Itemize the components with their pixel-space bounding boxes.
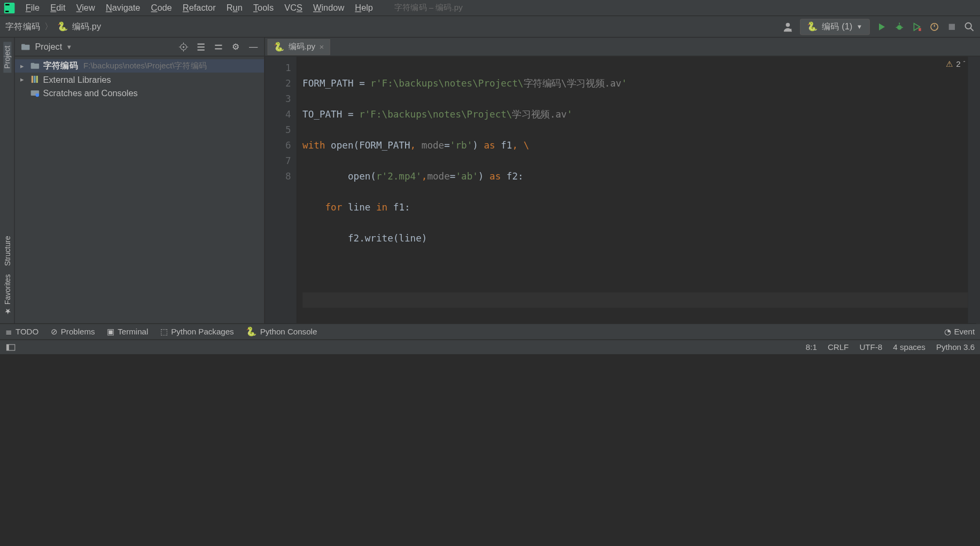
- svg-point-32: [36, 93, 40, 97]
- crumb-file[interactable]: 编码.py: [72, 20, 102, 33]
- crumb-sep: 〉: [44, 20, 53, 33]
- project-view-caret-icon[interactable]: ▼: [66, 43, 72, 50]
- line-num: 5: [265, 122, 291, 138]
- bottom-problems[interactable]: ⊘Problems: [51, 327, 95, 337]
- menu-edit[interactable]: Edit: [45, 3, 71, 13]
- svg-rect-1: [5, 4, 10, 5]
- code-line: [302, 261, 968, 277]
- code-area[interactable]: FORM_PATH = r'F:\backups\notes\Project\字…: [297, 57, 968, 323]
- close-tab-icon[interactable]: ×: [320, 42, 324, 52]
- bottom-eventlog[interactable]: ◔Event: [944, 327, 975, 337]
- code-line: open(r'2.mp4',mode='ab') as f2:: [302, 169, 968, 184]
- line-num: 2: [265, 76, 291, 91]
- menu-view[interactable]: View: [71, 3, 100, 13]
- expand-all-icon[interactable]: [196, 41, 206, 52]
- bottom-console[interactable]: 🐍Python Console: [246, 326, 317, 337]
- error-stripe[interactable]: [968, 57, 980, 323]
- search-everywhere-icon[interactable]: [964, 21, 975, 32]
- svg-point-3: [785, 22, 790, 27]
- svg-rect-8: [919, 28, 921, 31]
- warning-icon: ⊘: [51, 327, 58, 337]
- svg-rect-22: [198, 46, 205, 47]
- line-gutter: 1 2 3 4 5 6 7 8: [265, 57, 297, 323]
- warning-count: 2: [956, 59, 960, 69]
- line-num: 8: [265, 169, 291, 184]
- line-num: 7: [265, 153, 291, 169]
- svg-rect-10: [949, 24, 955, 29]
- code-line: FORM_PATH = r'F:\backups\notes\Project\字…: [302, 76, 968, 91]
- menu-tools[interactable]: Tools: [248, 3, 279, 13]
- settings-icon[interactable]: ⚙: [230, 41, 241, 52]
- window-title: 字符编码 – 编码.py: [394, 2, 463, 13]
- expand-arrow-icon[interactable]: ▸: [20, 62, 27, 69]
- tree-scratches-label: Scratches and Consoles: [43, 88, 138, 98]
- project-view-icon: [20, 41, 31, 52]
- stripe-project[interactable]: Project: [3, 42, 11, 73]
- packages-icon: ⬚: [160, 327, 168, 337]
- menu-navigate[interactable]: Navigate: [100, 3, 146, 13]
- stop-button-icon[interactable]: [946, 21, 957, 32]
- chevron-up-icon[interactable]: ˆ: [963, 60, 966, 67]
- svg-line-12: [971, 28, 974, 30]
- status-eol[interactable]: CRLF: [828, 342, 849, 352]
- app-logo-icon: [4, 2, 15, 13]
- menu-help[interactable]: Help: [349, 3, 378, 13]
- crumb-root[interactable]: 字符编码: [5, 20, 40, 33]
- run-config-label: 编码 (1): [822, 20, 852, 33]
- code-line: for line in f1:: [302, 200, 968, 215]
- svg-rect-34: [6, 344, 9, 350]
- code-line-active: [302, 292, 968, 308]
- folder-icon: [29, 60, 40, 71]
- menu-code[interactable]: Code: [146, 3, 177, 13]
- inspection-badge[interactable]: ⚠ 2 ˆ: [946, 59, 965, 69]
- svg-point-11: [965, 22, 971, 28]
- svg-point-16: [183, 46, 184, 48]
- line-num: 3: [265, 91, 291, 107]
- coverage-button-icon[interactable]: [912, 21, 922, 32]
- hide-icon[interactable]: —: [248, 41, 259, 52]
- run-button-icon[interactable]: [876, 21, 887, 32]
- svg-point-4: [897, 25, 902, 29]
- tree-root-name: 字符编码: [43, 60, 78, 72]
- stripe-favorites[interactable]: ★ Favorites: [3, 270, 11, 319]
- bottom-terminal[interactable]: ▣Terminal: [107, 327, 148, 337]
- svg-rect-30: [36, 76, 38, 83]
- debug-button-icon[interactable]: [894, 21, 905, 32]
- status-pos[interactable]: 8:1: [806, 342, 817, 352]
- dropdown-caret-icon: ▼: [857, 23, 862, 30]
- editor-tab[interactable]: 🐍 编码.py ×: [268, 38, 330, 54]
- user-icon[interactable]: [782, 21, 793, 32]
- code-line: f2.write(line): [302, 230, 968, 246]
- left-stripe: Project Structure ★ Favorites: [0, 37, 15, 323]
- editor-body[interactable]: 1 2 3 4 5 6 7 8 FORM_PATH = r'F:\backups…: [265, 57, 980, 323]
- toolwindow-toggle-icon[interactable]: [5, 342, 16, 353]
- warning-icon: ⚠: [946, 59, 953, 69]
- project-view-label[interactable]: Project: [35, 42, 62, 52]
- bottom-packages[interactable]: ⬚Python Packages: [160, 327, 234, 337]
- run-config-dropdown[interactable]: 🐍 编码 (1) ▼: [799, 19, 869, 35]
- collapse-all-icon[interactable]: [213, 41, 224, 52]
- locate-icon[interactable]: [178, 41, 189, 52]
- menu-vcs[interactable]: VCS: [279, 3, 308, 13]
- menu-refactor[interactable]: Refactor: [177, 3, 221, 13]
- status-encoding[interactable]: UTF-8: [859, 342, 882, 352]
- editor: 🐍 编码.py × 1 2 3 4 5 6 7 8 FORM_PATH = r'…: [265, 37, 980, 323]
- profile-button-icon[interactable]: [929, 21, 940, 32]
- menu-run[interactable]: Run: [221, 3, 248, 13]
- line-num: 6: [265, 138, 291, 153]
- line-num: 1: [265, 60, 291, 76]
- menu-file[interactable]: File: [20, 3, 45, 13]
- expand-arrow-icon[interactable]: ▸: [20, 76, 27, 83]
- scratches-icon: [29, 88, 40, 98]
- status-indent[interactable]: 4 spaces: [893, 342, 925, 352]
- code-line: TO_PATH = r'F:\backups\notes\Project\学习视…: [302, 107, 968, 122]
- tree-external[interactable]: ▸ External Libraries: [15, 73, 265, 86]
- stripe-structure[interactable]: Structure: [3, 232, 11, 270]
- bottom-todo[interactable]: ≣TODO: [5, 327, 38, 337]
- tree-root[interactable]: ▸ 字符编码 F:\backups\notes\Project\字符编码: [15, 59, 265, 73]
- line-num: 4: [265, 107, 291, 122]
- statusbar: 8:1 CRLF UTF-8 4 spaces Python 3.6: [0, 339, 980, 354]
- status-interpreter[interactable]: Python 3.6: [936, 342, 975, 352]
- menu-window[interactable]: Window: [308, 3, 349, 13]
- tree-scratches[interactable]: Scratches and Consoles: [15, 86, 265, 99]
